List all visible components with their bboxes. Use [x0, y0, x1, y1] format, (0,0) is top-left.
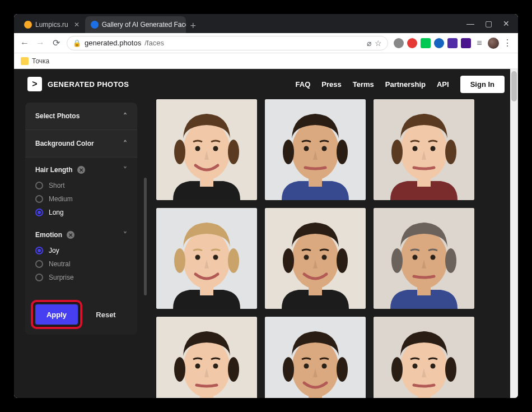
close-window-icon[interactable]: ✕ [502, 19, 510, 28]
option-joy[interactable]: Joy [35, 244, 127, 257]
svg-point-31 [283, 248, 294, 273]
ext-icon[interactable] [407, 38, 417, 48]
emotion-options: JoyNeutralSurprise [35, 239, 127, 290]
face-thumbnail[interactable] [156, 208, 257, 309]
option-label: Joy [49, 247, 59, 254]
bookmark-item[interactable]: Точка [32, 57, 49, 65]
reading-list-icon[interactable]: ≡ [474, 38, 484, 48]
url-host: generated.photos [85, 39, 141, 47]
ext-icon[interactable] [421, 38, 431, 48]
svg-point-41 [431, 255, 436, 260]
filter-heading[interactable]: Hair Length ✕ ˅ [35, 165, 127, 174]
svg-point-32 [337, 248, 348, 273]
face-thumbnail[interactable] [374, 208, 474, 309]
chevron-down-icon: ˅ [123, 165, 127, 174]
option-label: Short [49, 182, 65, 189]
tab-lumpics[interactable]: Lumpics.ru ✕ [18, 16, 85, 33]
translate-icon[interactable]: ⌀ [367, 39, 371, 48]
face-thumbnail[interactable] [265, 208, 366, 309]
radio-icon [35, 247, 43, 254]
section-label: Select Photos [35, 112, 80, 120]
option-label: Neutral [49, 260, 71, 268]
brand-logo-icon[interactable]: > [27, 77, 42, 91]
svg-point-26 [195, 255, 200, 260]
profile-avatar-icon[interactable] [488, 38, 499, 49]
face-thumbnail[interactable] [374, 317, 474, 398]
face-thumbnail[interactable] [156, 317, 257, 398]
ext-icon[interactable] [461, 38, 471, 48]
forward-icon[interactable]: → [35, 38, 45, 48]
apply-button[interactable]: Apply [35, 304, 78, 325]
face-thumbnail[interactable] [265, 317, 366, 398]
menu-icon[interactable]: ⋮ [502, 38, 512, 48]
vertical-scrollbar[interactable] [510, 69, 518, 398]
bookmarks-bar: Точка [14, 53, 518, 69]
svg-point-10 [283, 140, 294, 164]
face-thumbnail[interactable] [374, 99, 474, 200]
ext-icon[interactable] [394, 38, 404, 48]
option-neutral[interactable]: Neutral [35, 257, 127, 271]
section-select-photos[interactable]: Select Photos ˄ [25, 103, 137, 130]
radio-icon [35, 182, 43, 189]
face-thumbnail[interactable] [265, 99, 366, 200]
filter-panel: Select Photos ˄ Background Color ˄ Hair … [25, 103, 137, 335]
tab-generated-photos[interactable]: Gallery of AI Generated Faces | G… ✕ [85, 16, 186, 33]
nav-link-press[interactable]: Press [321, 80, 341, 89]
svg-point-24 [174, 248, 185, 273]
clear-filter-icon[interactable]: ✕ [77, 166, 85, 174]
nav-link-faq[interactable]: FAQ [296, 80, 311, 89]
sidebar-scrollbar[interactable] [144, 178, 147, 295]
svg-point-55 [322, 364, 327, 369]
scrollbar-thumb[interactable] [511, 71, 517, 101]
option-label: Medium [49, 195, 73, 203]
star-icon[interactable]: ☆ [375, 39, 382, 48]
option-short[interactable]: Short [35, 179, 127, 192]
section-background-color[interactable]: Background Color ˄ [25, 130, 137, 158]
ext-icon[interactable] [447, 38, 458, 48]
nav-link-terms[interactable]: Terms [353, 80, 374, 89]
radio-icon [35, 209, 43, 216]
svg-point-47 [195, 364, 200, 369]
site-header: > GENERATED PHOTOS FAQ Press Terms Partn… [14, 69, 518, 99]
browser-toolbar: ← → ⟳ 🔒 generated.photos/faces ⌀ ☆ ≡ ⋮ [14, 33, 518, 53]
option-medium[interactable]: Medium [35, 192, 127, 206]
svg-point-18 [445, 140, 456, 164]
filter-sidebar: Select Photos ˄ Background Color ˄ Hair … [14, 99, 137, 398]
svg-point-45 [174, 357, 185, 382]
nav-link-partnership[interactable]: Partnership [385, 80, 426, 89]
svg-point-20 [431, 146, 436, 151]
svg-point-13 [322, 146, 327, 151]
svg-point-34 [322, 255, 327, 260]
back-icon[interactable]: ← [20, 38, 30, 48]
section-label: Background Color [35, 140, 94, 147]
svg-point-4 [228, 140, 239, 164]
address-bar[interactable]: 🔒 generated.photos/faces ⌀ ☆ [67, 36, 388, 50]
maximize-icon[interactable]: ▢ [484, 19, 492, 28]
minimize-icon[interactable]: — [466, 19, 474, 28]
signin-button[interactable]: Sign In [460, 76, 505, 93]
chevron-up-icon: ˄ [123, 139, 127, 148]
main-area: Select Photos ˄ Background Color ˄ Hair … [14, 99, 510, 398]
radio-icon [35, 260, 43, 268]
option-long[interactable]: Long [35, 206, 127, 219]
reload-icon[interactable]: ⟳ [51, 38, 61, 48]
filter-heading[interactable]: Emotion ✕ ˅ [35, 230, 127, 239]
radio-icon [35, 274, 43, 281]
lock-icon: 🔒 [73, 39, 81, 47]
brand-title: GENERATED PHOTOS [48, 80, 129, 89]
option-surprise[interactable]: Surprise [35, 271, 127, 284]
option-label: Long [49, 209, 64, 216]
close-tab-icon[interactable]: ✕ [74, 21, 80, 29]
page-viewport: > GENERATED PHOTOS FAQ Press Terms Partn… [14, 69, 518, 398]
faces-gallery [137, 99, 510, 398]
chevron-up-icon: ˄ [123, 112, 127, 121]
new-tab-button[interactable]: + [186, 18, 200, 33]
svg-point-62 [431, 364, 436, 369]
reset-button[interactable]: Reset [85, 304, 127, 325]
filter-emotion: Emotion ✕ ˅ JoyNeutralSurprise [25, 227, 137, 292]
svg-point-6 [213, 146, 218, 151]
nav-link-api[interactable]: API [437, 80, 449, 89]
clear-filter-icon[interactable]: ✕ [67, 231, 74, 239]
face-thumbnail[interactable] [156, 99, 257, 200]
ext-icon[interactable] [434, 38, 444, 48]
